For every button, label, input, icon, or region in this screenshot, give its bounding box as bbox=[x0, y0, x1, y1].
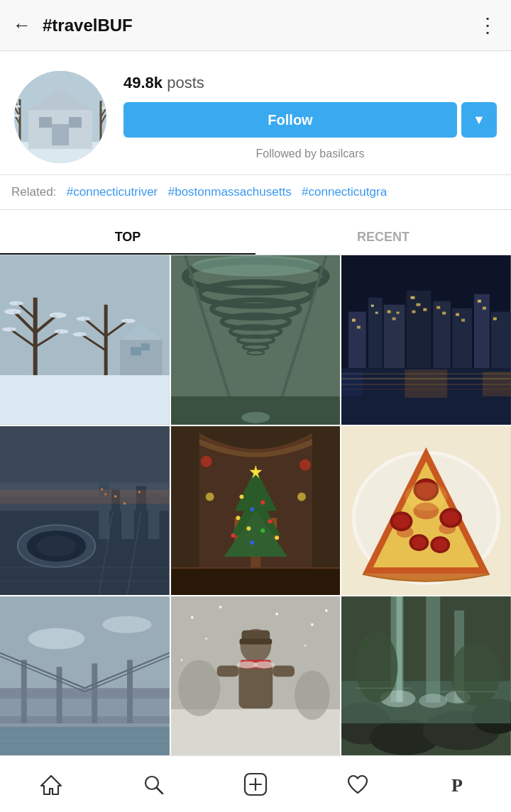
svg-point-138 bbox=[200, 455, 211, 467]
svg-rect-61 bbox=[368, 298, 383, 368]
svg-point-27 bbox=[4, 309, 21, 315]
post-count: 49.8k posts bbox=[123, 74, 497, 92]
svg-point-130 bbox=[236, 516, 240, 520]
svg-point-213 bbox=[451, 643, 500, 706]
svg-point-181 bbox=[295, 671, 330, 721]
svg-point-139 bbox=[300, 459, 311, 470]
svg-point-195 bbox=[205, 638, 207, 640]
related-tag-2[interactable]: #bostonmassachusetts bbox=[168, 185, 292, 199]
follow-dropdown-button[interactable]: ▼ bbox=[461, 102, 497, 138]
related-section: Related: #connecticutriver #bostonmassac… bbox=[0, 174, 511, 210]
svg-rect-85 bbox=[493, 318, 497, 321]
followed-by-text: Followed by basilcars bbox=[123, 148, 497, 160]
svg-rect-62 bbox=[384, 305, 405, 369]
grid-cell-2[interactable] bbox=[171, 255, 341, 425]
svg-rect-122 bbox=[171, 567, 341, 569]
svg-point-163 bbox=[28, 628, 85, 650]
back-button[interactable]: ← bbox=[13, 14, 31, 36]
grid-cell-7[interactable] bbox=[0, 596, 170, 766]
svg-point-191 bbox=[191, 616, 194, 619]
svg-rect-169 bbox=[92, 664, 97, 724]
svg-rect-41 bbox=[131, 347, 141, 355]
svg-rect-121 bbox=[171, 567, 341, 596]
svg-point-159 bbox=[434, 538, 448, 551]
nav-search-button[interactable] bbox=[125, 763, 182, 806]
related-tag-1[interactable]: #connecticutriver bbox=[67, 185, 158, 199]
grid-cell-1[interactable] bbox=[0, 255, 170, 425]
svg-rect-63 bbox=[407, 291, 432, 368]
header: ← #travelBUF ⋮ bbox=[0, 0, 511, 51]
grid-cell-6[interactable] bbox=[341, 426, 511, 596]
svg-rect-68 bbox=[352, 319, 356, 322]
svg-point-30 bbox=[50, 313, 67, 318]
avatar-image bbox=[14, 71, 106, 163]
related-tag-3[interactable]: #connecticutgra bbox=[302, 185, 387, 199]
nav-activity-button[interactable] bbox=[329, 763, 386, 806]
svg-rect-70 bbox=[371, 305, 374, 307]
svg-point-29 bbox=[9, 301, 23, 306]
page-title: #travelBUF bbox=[43, 16, 478, 35]
svg-marker-217 bbox=[41, 776, 61, 794]
svg-point-193 bbox=[275, 613, 278, 616]
svg-rect-71 bbox=[375, 312, 378, 314]
svg-rect-74 bbox=[397, 312, 400, 314]
related-label: Related: bbox=[11, 185, 56, 199]
svg-rect-79 bbox=[437, 306, 441, 309]
svg-point-129 bbox=[250, 507, 254, 511]
svg-rect-80 bbox=[443, 312, 446, 315]
svg-rect-76 bbox=[417, 304, 421, 306]
svg-rect-83 bbox=[478, 300, 481, 303]
svg-rect-90 bbox=[405, 369, 448, 398]
more-menu-button[interactable]: ⋮ bbox=[478, 13, 498, 37]
svg-rect-73 bbox=[392, 318, 396, 321]
svg-rect-78 bbox=[412, 311, 416, 313]
svg-point-127 bbox=[239, 494, 243, 499]
grid-cell-4[interactable] bbox=[0, 426, 170, 596]
avatar bbox=[14, 71, 106, 163]
svg-rect-92 bbox=[483, 372, 511, 396]
svg-point-36 bbox=[76, 317, 90, 321]
nav-home-button[interactable] bbox=[23, 763, 79, 806]
svg-point-28 bbox=[2, 327, 16, 331]
grid-cell-3[interactable] bbox=[341, 255, 511, 425]
tab-top[interactable]: TOP bbox=[0, 217, 256, 255]
svg-point-136 bbox=[250, 540, 254, 545]
svg-point-141 bbox=[297, 492, 306, 501]
photo-grid bbox=[0, 255, 511, 766]
svg-point-140 bbox=[205, 492, 214, 501]
svg-rect-188 bbox=[273, 666, 295, 677]
svg-point-197 bbox=[324, 609, 327, 612]
svg-rect-109 bbox=[0, 489, 170, 504]
grid-cell-9[interactable] bbox=[341, 596, 511, 766]
svg-point-160 bbox=[405, 482, 448, 511]
svg-point-98 bbox=[37, 535, 77, 557]
home-icon bbox=[40, 773, 62, 796]
chevron-down-icon: ▼ bbox=[473, 113, 485, 128]
follow-actions: Follow ▼ bbox=[123, 102, 497, 138]
svg-rect-69 bbox=[357, 326, 361, 328]
search-icon bbox=[142, 773, 165, 796]
svg-point-194 bbox=[311, 623, 314, 626]
svg-point-196 bbox=[304, 645, 306, 647]
grid-cell-5[interactable] bbox=[171, 426, 341, 596]
nav-add-button[interactable] bbox=[227, 763, 284, 806]
svg-point-133 bbox=[260, 528, 265, 533]
svg-point-38 bbox=[121, 318, 136, 323]
svg-rect-187 bbox=[216, 666, 238, 677]
grid-cell-8[interactable] bbox=[171, 596, 341, 766]
tab-recent[interactable]: RECENT bbox=[256, 217, 511, 255]
svg-rect-126 bbox=[251, 557, 260, 567]
svg-point-155 bbox=[443, 511, 460, 525]
svg-rect-7 bbox=[52, 124, 69, 145]
content-tabs: TOP RECENT bbox=[0, 217, 511, 255]
svg-text:P: P bbox=[451, 775, 463, 796]
svg-point-157 bbox=[412, 536, 427, 549]
svg-rect-64 bbox=[434, 301, 451, 368]
svg-rect-6 bbox=[69, 117, 82, 128]
nav-profile-button[interactable]: P bbox=[432, 763, 488, 806]
svg-rect-75 bbox=[411, 296, 415, 299]
svg-point-128 bbox=[260, 500, 265, 504]
follow-button[interactable]: Follow bbox=[123, 102, 457, 138]
svg-rect-167 bbox=[21, 660, 27, 723]
svg-point-153 bbox=[393, 514, 410, 528]
